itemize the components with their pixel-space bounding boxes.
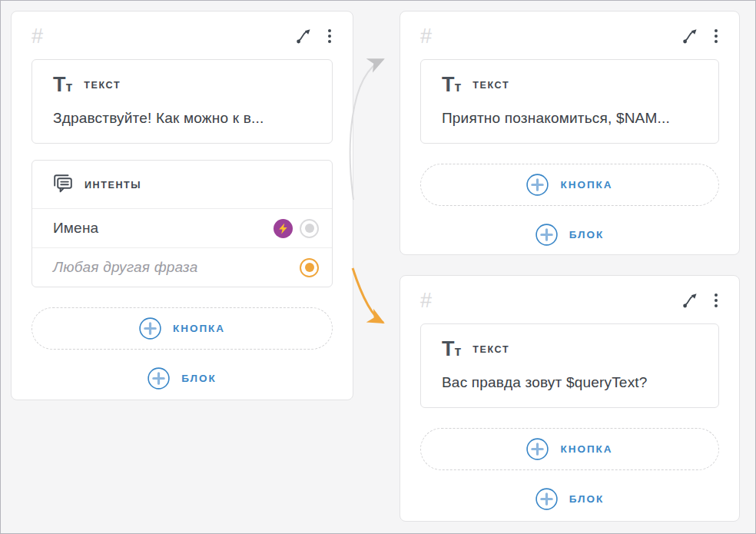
intents-block-header: ИНТЕНТЫ — [32, 161, 332, 209]
bot-block-card-start[interactable]: # Тт ТЕКСТ Здравствуйте! Как можно к в..… — [11, 11, 353, 400]
lightning-badge-icon[interactable] — [274, 219, 293, 238]
intents-icon — [53, 174, 73, 197]
hash-icon: # — [32, 26, 43, 47]
text-block-body[interactable]: Приятно познакомиться, $NAM... — [442, 110, 698, 127]
plus-circle-icon — [536, 488, 558, 510]
text-block-label: ТЕКСТ — [84, 80, 121, 91]
add-block-label: БЛОК — [569, 493, 605, 505]
add-button-label: КНОПКА — [560, 443, 612, 455]
intent-label: Любая другая фраза — [53, 259, 300, 276]
add-block-button[interactable]: БЛОК — [420, 220, 719, 249]
add-button-label: КНОПКА — [560, 179, 612, 191]
more-menu-icon[interactable] — [713, 292, 719, 309]
hash-icon: # — [420, 26, 432, 47]
add-block-label: БЛОК — [181, 373, 217, 384]
text-screen-block[interactable]: Тт ТЕКСТ Здравствуйте! Как можно к в... — [32, 59, 333, 144]
text-block-header: Тт ТЕКСТ — [442, 339, 698, 360]
plus-circle-icon — [526, 174, 549, 196]
more-menu-icon[interactable] — [327, 28, 333, 45]
connect-icon[interactable] — [681, 291, 700, 310]
add-button-button[interactable]: КНОПКА — [420, 164, 719, 206]
hash-icon: # — [420, 290, 432, 311]
card-header: # — [420, 285, 719, 316]
intent-row-any-phrase[interactable]: Любая другая фраза — [32, 248, 332, 287]
text-block-label: ТЕКСТ — [472, 80, 509, 91]
text-block-body[interactable]: Здравствуйте! Как можно к в... — [53, 110, 311, 127]
text-block-label: ТЕКСТ — [472, 344, 509, 355]
add-block-button[interactable]: БЛОК — [420, 484, 719, 513]
card-header-actions — [681, 291, 719, 310]
card-header-actions — [295, 27, 333, 45]
text-icon: Тт — [442, 75, 461, 95]
add-button-button[interactable]: КНОПКА — [32, 307, 333, 350]
text-block-header: Тт ТЕКСТ — [442, 75, 698, 95]
bot-block-card-confirm[interactable]: # Тт ТЕКСТ Вас правда зовут $queryText? … — [400, 275, 740, 522]
connect-icon[interactable] — [681, 27, 700, 45]
connection-orange[interactable] — [353, 268, 383, 323]
text-block-body[interactable]: Вас правда зовут $queryText? — [442, 374, 698, 391]
add-button-label: КНОПКА — [173, 323, 225, 334]
intent-label: Имена — [53, 220, 274, 237]
card-header-actions — [681, 27, 719, 45]
text-screen-block[interactable]: Тт ТЕКСТ Приятно познакомиться, $NAM... — [420, 59, 719, 144]
intent-connection-radio-active[interactable] — [300, 258, 319, 277]
add-block-label: БЛОК — [569, 229, 605, 240]
plus-circle-icon — [139, 317, 161, 340]
text-icon: Тт — [442, 339, 461, 360]
connect-icon[interactable] — [295, 27, 313, 45]
intent-connection-radio[interactable] — [300, 219, 319, 238]
plus-circle-icon — [526, 438, 549, 460]
intents-block[interactable]: ИНТЕНТЫ Имена Любая другая фраза — [32, 160, 333, 287]
connection-gray[interactable] — [350, 59, 383, 200]
intent-row-imena[interactable]: Имена — [32, 209, 332, 248]
intents-block-label: ИНТЕНТЫ — [85, 180, 141, 191]
text-icon: Тт — [53, 75, 72, 95]
plus-circle-icon — [536, 224, 558, 246]
card-header: # — [32, 21, 333, 51]
text-block-header: Тт ТЕКСТ — [53, 75, 311, 95]
bot-block-card-greeting[interactable]: # Тт ТЕКСТ Приятно познакомиться, $NAM..… — [400, 11, 740, 255]
add-block-button[interactable]: БЛОК — [32, 363, 333, 393]
add-button-button[interactable]: КНОПКА — [420, 428, 719, 470]
more-menu-icon[interactable] — [713, 28, 719, 45]
text-screen-block[interactable]: Тт ТЕКСТ Вас правда зовут $queryText? — [420, 323, 719, 408]
card-header: # — [420, 21, 719, 51]
plus-circle-icon — [148, 367, 170, 390]
